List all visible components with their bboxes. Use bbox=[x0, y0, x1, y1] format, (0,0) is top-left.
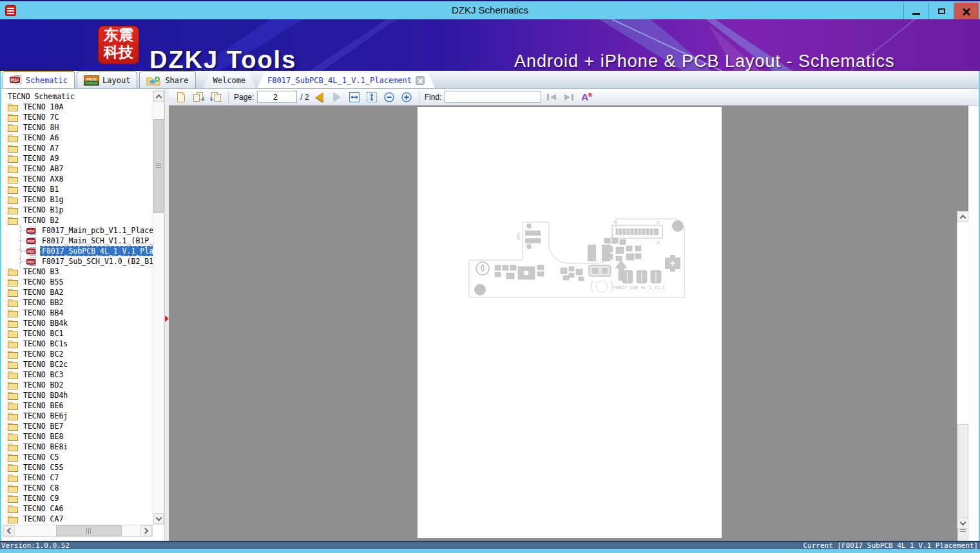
close-button[interactable] bbox=[954, 3, 979, 20]
tree-item[interactable]: PDF TECNO A6 bbox=[3, 133, 153, 143]
find-next-button[interactable] bbox=[562, 90, 576, 104]
tab-schematic[interactable]: PDF Schematic bbox=[3, 71, 75, 88]
single-page-button[interactable] bbox=[174, 90, 188, 104]
tree-item[interactable]: PDF TECNO BB2 bbox=[3, 297, 153, 308]
tree-vscroll-thumb[interactable] bbox=[153, 119, 164, 213]
tree-item[interactable]: PDF TECNO AB7 bbox=[3, 164, 153, 174]
tree-item[interactable]: PDF F8017_Main_SCH_V1.1_(B1P_C1) bbox=[3, 236, 153, 246]
tab-share-label: Share bbox=[165, 76, 188, 85]
tree-item[interactable]: PDF TECNO B5S bbox=[3, 277, 153, 287]
tab-layout-label: Layout bbox=[102, 76, 130, 85]
tree-item[interactable]: PDF TECNO B1g bbox=[3, 194, 153, 205]
tree-item[interactable]: PDF TECNO BE6 bbox=[3, 400, 153, 411]
tree-item[interactable]: PDF TECNO 8H bbox=[3, 122, 153, 133]
scroll-up-button[interactable] bbox=[957, 211, 968, 222]
tab-close-icon[interactable] bbox=[416, 76, 425, 85]
document-vertical-scrollbar[interactable] bbox=[957, 211, 968, 529]
tree-item[interactable]: PDF TECNO C7 bbox=[3, 473, 153, 483]
find-input[interactable] bbox=[445, 91, 541, 103]
tree-item[interactable]: PDF TECNO AX8 bbox=[3, 174, 153, 184]
scroll-down-button[interactable] bbox=[957, 518, 968, 529]
tree-item[interactable]: PDF TECNO CA6 bbox=[3, 503, 153, 514]
tree-item-label: TECNO C7 bbox=[22, 473, 60, 482]
tree-horizontal-scrollbar[interactable] bbox=[3, 525, 153, 537]
fit-width-button[interactable] bbox=[347, 90, 361, 104]
tree-item[interactable]: PDF F8017_Sub_SCH_V1.0_(B2_B1P) bbox=[3, 256, 153, 267]
chevron-down-icon bbox=[960, 519, 966, 525]
tree-item[interactable]: PDF F8017_SubPCB_4L_1_V.1_Placement bbox=[3, 246, 153, 256]
tab-layout[interactable]: PADS Layout bbox=[77, 71, 137, 88]
tree-item[interactable]: PDF TECNO C8 bbox=[3, 483, 153, 493]
tree-item[interactable]: PDF TECNO B3 bbox=[3, 267, 153, 277]
folder-icon bbox=[8, 299, 18, 307]
tab-welcome[interactable]: Welcome bbox=[203, 73, 256, 88]
tree-item[interactable]: PDF TECNO BD2 bbox=[3, 380, 153, 390]
tree-item[interactable]: PDF TECNO A7 bbox=[3, 143, 153, 153]
next-page-button[interactable] bbox=[330, 90, 344, 104]
tab-document[interactable]: F8017_SubPCB_4L_1_V.1_Placement bbox=[257, 73, 435, 88]
rotate-left-button[interactable] bbox=[191, 90, 206, 104]
pdf-viewport[interactable]: SPK+ - VIB + bbox=[169, 106, 968, 541]
share-folder-icon bbox=[146, 75, 162, 86]
tree-item[interactable]: PDF TECNO BB4k bbox=[3, 318, 153, 328]
folder-icon bbox=[8, 443, 18, 451]
zoom-out-button[interactable] bbox=[382, 90, 396, 104]
scroll-right-button[interactable] bbox=[140, 525, 152, 536]
window-controls bbox=[903, 3, 979, 20]
fit-page-button[interactable] bbox=[365, 90, 379, 104]
tree-item[interactable]: PDF TECNO BA2 bbox=[3, 287, 153, 297]
chevron-left-icon bbox=[7, 528, 14, 534]
tree-item[interactable]: PDF TECNO A9 bbox=[3, 153, 153, 164]
tree-item[interactable]: PDF TECNO B1p bbox=[3, 205, 153, 215]
document-vscroll-thumb[interactable] bbox=[957, 424, 968, 553]
tree-item[interactable]: PDF TECNO BE8i bbox=[3, 442, 153, 452]
tab-share[interactable]: Share bbox=[139, 71, 195, 88]
find-previous-button[interactable] bbox=[544, 90, 559, 104]
close-icon bbox=[962, 7, 971, 16]
tree-item[interactable]: PDF TECNO BC1s bbox=[3, 339, 153, 349]
tree-item[interactable]: PDF TECNO B1 bbox=[3, 184, 153, 194]
tree-item[interactable]: PDF TECNO BB4 bbox=[3, 308, 153, 318]
tree-item[interactable]: PDF TECNO BE8 bbox=[3, 431, 153, 442]
tree-item[interactable]: PDF TECNO B2 bbox=[3, 215, 153, 225]
tree-vertical-scrollbar[interactable] bbox=[153, 90, 164, 525]
tree-hscroll-thumb[interactable] bbox=[56, 525, 122, 536]
pdf-file-icon: PDF bbox=[26, 258, 37, 266]
match-case-icon-small: a bbox=[588, 91, 592, 98]
next-page-icon bbox=[333, 92, 341, 102]
schematic-tree: PDF TECNO Schematic bbox=[3, 91, 153, 524]
tree-item[interactable]: PDF TECNO 10A bbox=[3, 102, 153, 112]
match-case-button[interactable]: A a bbox=[579, 90, 593, 104]
tree-item-label: TECNO BD4h bbox=[22, 391, 69, 400]
tree-item[interactable]: PDF TECNO C5S bbox=[3, 462, 153, 473]
tree-item[interactable]: PDF TECNO BC1 bbox=[3, 328, 153, 339]
tree-item[interactable]: PDF TECNO BC2c bbox=[3, 359, 153, 370]
rotate-right-button[interactable] bbox=[209, 90, 223, 104]
tree-item[interactable]: PDF TECNO C5 bbox=[3, 452, 153, 462]
tree-item[interactable]: PDF TECNO BC3 bbox=[3, 370, 153, 380]
maximize-button[interactable] bbox=[928, 3, 954, 20]
tree-item-label: TECNO BE7 bbox=[22, 422, 64, 431]
zoom-in-button[interactable] bbox=[399, 90, 414, 104]
previous-page-button[interactable] bbox=[312, 90, 327, 104]
tree-item[interactable]: PDF TECNO BE7 bbox=[3, 421, 153, 431]
header-banner: 东震 科技 DZKJ Tools Android + iPhone & PCB … bbox=[0, 19, 980, 71]
panel-splitter[interactable] bbox=[164, 89, 169, 541]
tree-item[interactable]: PDF TECNO BE6j bbox=[3, 411, 153, 421]
page-number-input[interactable] bbox=[257, 91, 297, 103]
tree-item[interactable]: PDF TECNO CA7 bbox=[3, 514, 153, 524]
scroll-left-button[interactable] bbox=[3, 525, 15, 536]
folder-icon bbox=[8, 464, 18, 472]
tree-item[interactable]: PDF TECNO 7C bbox=[3, 112, 153, 122]
tree-item[interactable]: PDF TECNO C9 bbox=[3, 493, 153, 503]
svg-text:SPK+: SPK+ bbox=[516, 230, 521, 240]
tree-item[interactable]: PDF F8017_Main_pcb_V1.1_Placement bbox=[3, 225, 153, 236]
tree-item[interactable]: PDF TECNO BC2 bbox=[3, 349, 153, 359]
tree-item[interactable]: PDF TECNO Schematic bbox=[3, 91, 153, 102]
folder-icon bbox=[8, 484, 18, 492]
scroll-up-button[interactable] bbox=[153, 91, 164, 102]
tree-item[interactable]: PDF TECNO BD4h bbox=[3, 390, 153, 400]
tree-item-label: TECNO BC1 bbox=[22, 329, 64, 338]
minimize-button[interactable] bbox=[903, 3, 928, 20]
scroll-down-button[interactable] bbox=[153, 513, 164, 524]
